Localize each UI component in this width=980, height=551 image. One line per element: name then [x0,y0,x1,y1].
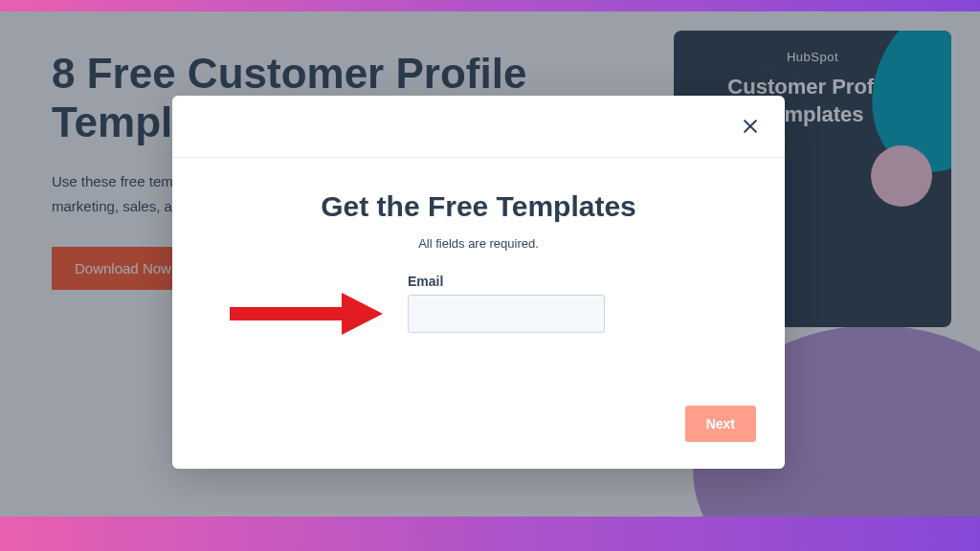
modal-header [172,96,785,158]
modal-body: Get the Free Templates All fields are re… [172,158,785,352]
close-button[interactable] [737,113,764,140]
email-label: Email [408,274,756,289]
modal-subtitle: All fields are required. [201,236,756,251]
next-button[interactable]: Next [685,406,756,442]
close-icon [741,117,760,136]
email-field[interactable] [408,295,605,333]
get-templates-modal: Get the Free Templates All fields are re… [172,96,785,469]
modal-title: Get the Free Templates [201,190,756,223]
page-wrapper: 8 Free Customer Profile Templates Use th… [0,11,980,517]
